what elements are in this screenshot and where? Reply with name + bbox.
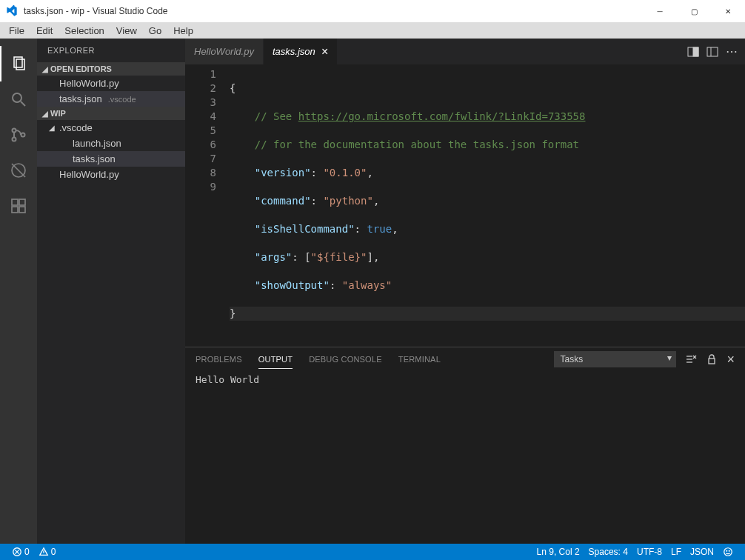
svg-rect-10: [12, 207, 18, 213]
code-editor[interactable]: 1 2 3 4 5 6 7 8 9 { // See https://go.mi…: [185, 64, 745, 347]
chevron-down-icon: ◢: [40, 110, 50, 118]
svg-rect-12: [19, 199, 25, 205]
svg-rect-11: [19, 207, 25, 213]
status-errors[interactable]: 0: [7, 547, 34, 557]
debug-icon[interactable]: [0, 153, 37, 188]
folder-item[interactable]: ◢ .vscode: [37, 120, 185, 136]
bottom-panel: PROBLEMS OUTPUT DEBUG CONSOLE TERMINAL T…: [185, 347, 745, 544]
editor-tabs: HelloWorld.py tasks.json × ⋯: [185, 39, 745, 64]
activity-bar: [0, 39, 37, 544]
panel-tab-problems[interactable]: PROBLEMS: [196, 350, 242, 368]
status-cursor[interactable]: Ln 9, Col 2: [532, 547, 584, 557]
lock-scroll-icon[interactable]: [706, 353, 718, 365]
close-panel-icon[interactable]: ×: [726, 352, 735, 367]
svg-point-5: [13, 138, 16, 141]
error-icon: [12, 547, 22, 557]
svg-point-27: [724, 548, 732, 556]
svg-line-3: [21, 101, 25, 106]
status-encoding[interactable]: UTF-8: [632, 547, 667, 557]
status-indent[interactable]: Spaces: 4: [584, 547, 632, 557]
svg-rect-22: [709, 359, 715, 364]
status-warnings[interactable]: 0: [34, 547, 61, 557]
sidebar: EXPLORER ◢ OPEN EDITORS HelloWorld.py ta…: [37, 39, 185, 544]
titlebar: tasks.json - wip - Visual Studio Code ─ …: [0, 0, 745, 22]
clear-output-icon[interactable]: [685, 353, 697, 365]
svg-point-4: [13, 129, 16, 133]
svg-point-6: [21, 133, 25, 137]
panel-tab-output[interactable]: OUTPUT: [258, 350, 293, 369]
file-item[interactable]: HelloWorld.py: [37, 167, 185, 182]
open-editor-item[interactable]: HelloWorld.py: [37, 76, 185, 91]
source-control-icon[interactable]: [0, 117, 37, 153]
vscode-icon: [6, 5, 18, 17]
editor-tab[interactable]: tasks.json ×: [264, 39, 338, 64]
close-tab-icon[interactable]: ×: [321, 46, 328, 58]
menu-edit[interactable]: Edit: [30, 24, 59, 38]
file-item[interactable]: tasks.json: [37, 151, 185, 167]
statusbar: 0 0 Ln 9, Col 2 Spaces: 4 UTF-8 LF JSON: [0, 544, 745, 560]
workspace-header[interactable]: ◢ WIP: [37, 107, 185, 120]
maximize-button[interactable]: ▢: [677, 0, 711, 22]
panel-tab-debug-console[interactable]: DEBUG CONSOLE: [309, 350, 382, 368]
file-item[interactable]: launch.json: [37, 136, 185, 151]
open-editor-item[interactable]: tasks.json .vscode: [37, 91, 185, 107]
split-editor-icon[interactable]: [687, 46, 699, 58]
window-title: tasks.json - wip - Visual Studio Code: [24, 6, 168, 16]
status-language[interactable]: JSON: [686, 547, 718, 557]
code-body[interactable]: { // See https://go.microsoft.com/fwlink…: [230, 64, 745, 347]
menu-selection[interactable]: Selection: [59, 24, 110, 38]
editor-tab[interactable]: HelloWorld.py: [185, 39, 264, 64]
extensions-icon[interactable]: [0, 188, 37, 224]
explorer-icon[interactable]: [0, 46, 37, 81]
chevron-down-icon: ◢: [49, 124, 56, 132]
menubar: File Edit Selection View Go Help: [0, 22, 745, 39]
svg-rect-1: [16, 59, 24, 70]
warning-icon: [39, 547, 49, 557]
open-editors-header[interactable]: ◢ OPEN EDITORS: [37, 62, 185, 76]
editor-area: HelloWorld.py tasks.json × ⋯ 1 2 3 4 5 6…: [185, 39, 745, 544]
menu-help[interactable]: Help: [167, 24, 199, 38]
search-icon[interactable]: [0, 81, 37, 117]
sidebar-title: EXPLORER: [37, 39, 185, 62]
panel-tab-terminal[interactable]: TERMINAL: [398, 350, 441, 368]
menu-go[interactable]: Go: [143, 24, 167, 38]
output-channel-select[interactable]: Tasks: [554, 351, 676, 367]
svg-point-29: [729, 550, 729, 551]
svg-rect-14: [693, 47, 698, 56]
svg-rect-15: [707, 47, 718, 56]
menu-file[interactable]: File: [3, 24, 30, 38]
close-window-button[interactable]: ✕: [711, 0, 745, 22]
status-eol[interactable]: LF: [667, 547, 686, 557]
output-body[interactable]: Hello World: [185, 371, 745, 544]
line-number-gutter: 1 2 3 4 5 6 7 8 9: [185, 64, 230, 347]
svg-point-28: [726, 550, 727, 551]
minimize-button[interactable]: ─: [643, 0, 677, 22]
feedback-icon[interactable]: [718, 547, 738, 557]
chevron-down-icon: ◢: [40, 65, 50, 73]
layout-icon[interactable]: [706, 46, 718, 58]
svg-rect-9: [12, 199, 18, 205]
svg-rect-0: [14, 57, 22, 67]
svg-point-2: [13, 93, 21, 102]
menu-view[interactable]: View: [110, 24, 143, 38]
more-actions-icon[interactable]: ⋯: [726, 44, 738, 59]
